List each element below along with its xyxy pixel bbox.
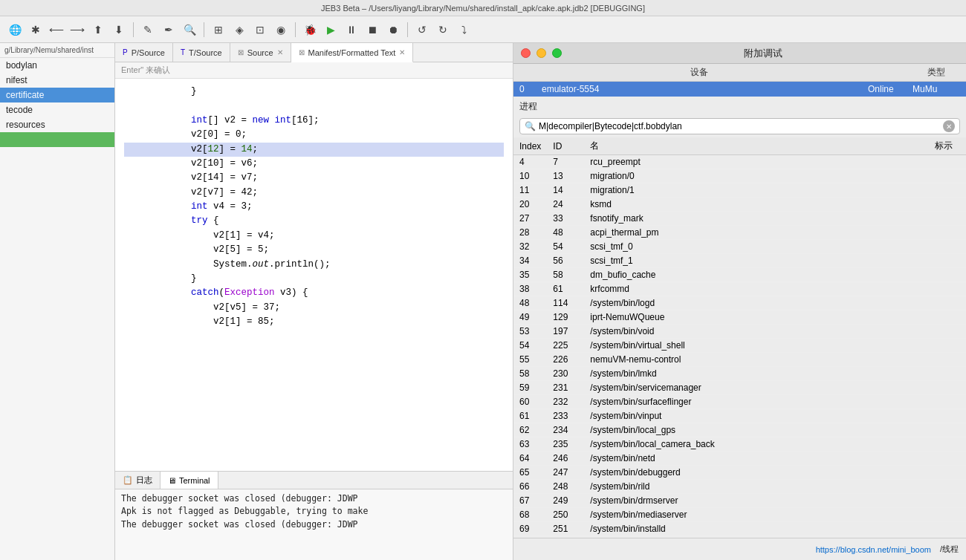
tab-tsource[interactable]: T T/Source — [173, 43, 230, 62]
process-row-name: /system/bin/netd — [584, 452, 929, 466]
sidebar-item-green[interactable] — [0, 132, 114, 147]
sidebar-item-bodylan[interactable]: bodylan — [0, 58, 114, 73]
toolbar-btn-undo[interactable]: ↺ — [413, 21, 431, 39]
col-header-index: Index — [513, 137, 547, 155]
process-row[interactable]: 55 226 nemuVM-nemu-control — [513, 353, 966, 367]
process-row[interactable]: 11 14 migration/1 — [513, 183, 966, 198]
toolbar-btn-3[interactable]: ⟶ — [68, 21, 86, 39]
toolbar-btn-1[interactable]: ✱ — [27, 21, 45, 39]
bottom-tab-log[interactable]: 📋 日志 — [115, 472, 161, 489]
toolbar-btn-search[interactable]: 🔍 — [181, 21, 198, 39]
sidebar-item-tecode[interactable]: tecode — [0, 102, 114, 117]
bottom-link[interactable]: https://blog.csdn.net/mini_boom — [816, 545, 931, 554]
process-row-name: /system/bin/virtual_shell — [584, 339, 929, 353]
process-row-index: 53 — [513, 325, 547, 339]
process-row[interactable]: 67 249 /system/bin/drmserver — [513, 494, 966, 508]
toolbar-btn-pen[interactable]: ✒ — [160, 21, 178, 39]
process-row[interactable]: 53 197 /system/bin/void — [513, 325, 966, 339]
tab-source-label: Source — [247, 48, 273, 57]
device-row[interactable]: 0 emulator-5554 Online MuMu — [513, 82, 966, 97]
process-row-name: migration/1 — [584, 183, 929, 198]
process-row[interactable]: 65 247 /system/bin/debuggerd — [513, 466, 966, 480]
toolbar-btn-2[interactable]: ⟵ — [48, 21, 65, 39]
tab-manifest-close[interactable]: ✕ — [399, 48, 405, 56]
process-row-id: 56 — [547, 254, 584, 268]
process-row-name: /system/bin/logd — [584, 296, 929, 310]
process-search-box[interactable]: 🔍 ✕ — [519, 118, 960, 134]
toolbar-btn-debug[interactable]: 🐞 — [301, 21, 319, 39]
process-row[interactable]: 20 24 ksmd — [513, 198, 966, 212]
process-row[interactable]: 4 7 rcu_preempt — [513, 155, 966, 169]
process-row-mark — [929, 169, 966, 183]
process-row[interactable]: 61 233 /system/bin/vinput — [513, 409, 966, 423]
toolbar-btn-record[interactable]: ⏺ — [384, 21, 402, 39]
process-row-id: 250 — [547, 508, 584, 522]
bottom-tab-terminal[interactable]: 🖥 Terminal — [161, 472, 218, 489]
terminal-line-3: The debugger socket was closed (debugger… — [121, 518, 507, 531]
maximize-btn[interactable] — [552, 48, 562, 58]
process-row[interactable]: 38 61 krfcommd — [513, 282, 966, 296]
process-row[interactable]: 68 250 /system/bin/mediaserver — [513, 508, 966, 522]
process-row[interactable]: 60 232 /system/bin/surfaceflinger — [513, 395, 966, 409]
close-btn[interactable] — [521, 48, 531, 58]
editor-column: P P/Source T T/Source ⊠ Source ✕ ⊠ Manif… — [115, 43, 513, 560]
process-row-id: 33 — [547, 212, 584, 226]
toolbar-btn-redo[interactable]: ↻ — [434, 21, 452, 39]
process-row-name: /system/bin/drmserver — [584, 494, 929, 508]
sidebar-item-resources[interactable]: resources — [0, 117, 114, 132]
terminal-content[interactable]: The debugger socket was closed (debugger… — [115, 489, 513, 560]
process-row[interactable]: 10 13 migration/0 — [513, 169, 966, 183]
toolbar-btn-5[interactable]: ⬇ — [110, 21, 128, 39]
process-row[interactable]: 54 225 /system/bin/virtual_shell — [513, 339, 966, 353]
process-row[interactable]: 32 54 scsi_tmf_0 — [513, 240, 966, 254]
minimize-btn[interactable] — [537, 48, 546, 58]
process-row-index: 66 — [513, 480, 547, 494]
process-row[interactable]: 34 56 scsi_tmf_1 — [513, 254, 966, 268]
tab-manifest[interactable]: ⊠ Manifest/Formatted Text ✕ — [291, 43, 414, 62]
process-row[interactable]: 66 248 /system/bin/rild — [513, 480, 966, 494]
toolbar-btn-pause[interactable]: ⏸ — [343, 21, 360, 39]
toolbar-btn-dot[interactable]: ◉ — [272, 21, 290, 39]
tab-source-close[interactable]: ✕ — [277, 48, 283, 56]
device-col-device: 设备 — [536, 64, 862, 82]
process-row-id: 54 — [547, 240, 584, 254]
process-row[interactable]: 48 114 /system/bin/logd — [513, 296, 966, 310]
process-row[interactable]: 63 235 /system/bin/local_camera_back — [513, 437, 966, 452]
process-row-mark — [929, 522, 966, 536]
sidebar-item-nifest[interactable]: nifest — [0, 73, 114, 88]
process-row-mark — [929, 296, 966, 310]
toolbar-btn-jump[interactable]: ⤵ — [455, 21, 473, 39]
sidebar-item-certificate[interactable]: certificate — [0, 88, 114, 102]
toolbar-globe-btn[interactable]: 🌐 — [6, 21, 24, 39]
process-row[interactable]: 69 251 /system/bin/installd — [513, 522, 966, 536]
process-row-id: 251 — [547, 522, 584, 536]
tab-psource[interactable]: P P/Source — [115, 43, 173, 62]
toolbar-btn-grid[interactable]: ⊞ — [210, 21, 227, 39]
code-editor[interactable]: } int[] v2 = new int[16]; v2[0] = 0; v2[… — [115, 79, 513, 471]
toolbar-sep-3 — [295, 22, 296, 37]
process-row[interactable]: 64 246 /system/bin/netd — [513, 452, 966, 466]
process-row[interactable]: 35 58 dm_bufio_cache — [513, 268, 966, 282]
process-row[interactable]: 27 33 fsnotify_mark — [513, 212, 966, 226]
process-row[interactable]: 28 48 acpi_thermal_pm — [513, 226, 966, 240]
process-row-mark — [929, 254, 966, 268]
search-clear-btn[interactable]: ✕ — [943, 120, 955, 132]
toolbar-btn-stop[interactable]: ⏹ — [363, 21, 381, 39]
process-search-input[interactable] — [539, 121, 940, 131]
process-row-id: 48 — [547, 226, 584, 240]
code-line — [124, 99, 504, 113]
process-row-index: 4 — [513, 155, 547, 169]
toolbar-btn-nodes[interactable]: ◈ — [230, 21, 248, 39]
process-row-index: 55 — [513, 353, 547, 367]
toolbar-btn-4[interactable]: ⬆ — [89, 21, 107, 39]
process-row[interactable]: 59 231 /system/bin/servicemanager — [513, 381, 966, 395]
process-row-id: 233 — [547, 409, 584, 423]
process-row-mark — [929, 409, 966, 423]
process-row[interactable]: 58 230 /system/bin/lmkd — [513, 367, 966, 381]
tab-source[interactable]: ⊠ Source ✕ — [230, 43, 291, 62]
process-row[interactable]: 62 234 /system/bin/local_gps — [513, 423, 966, 437]
toolbar-btn-edit[interactable]: ✎ — [139, 21, 157, 39]
process-row[interactable]: 49 129 iprt-NemuWQueue — [513, 310, 966, 325]
toolbar-btn-link[interactable]: ⊡ — [251, 21, 269, 39]
toolbar-btn-play[interactable]: ▶ — [322, 21, 340, 39]
